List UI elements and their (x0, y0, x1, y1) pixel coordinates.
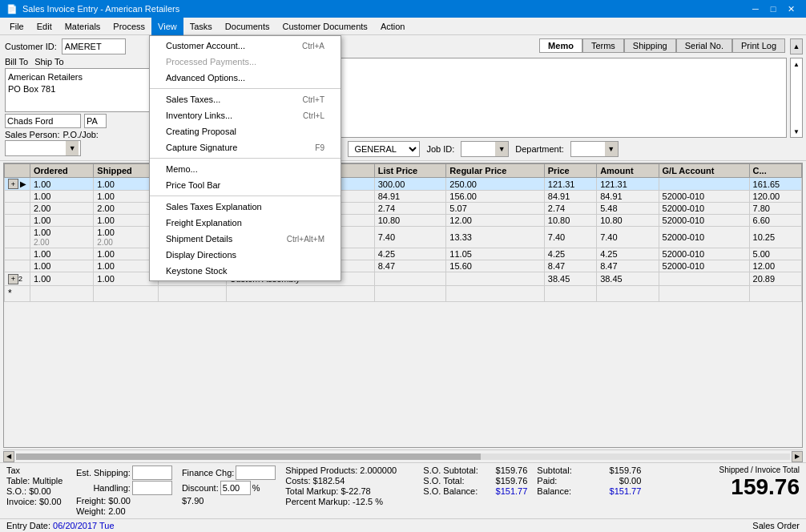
city-input[interactable] (5, 114, 81, 128)
col-price[interactable]: Price (544, 164, 596, 178)
menu-customer-account[interactable]: Customer Account... Ctrl+A (150, 38, 341, 54)
menu-process[interactable]: Process (107, 18, 151, 35)
warehouse-dropdown[interactable]: GENERAL (348, 141, 420, 157)
close-button[interactable]: ✕ (782, 0, 800, 18)
cell-list-price: 300.00 (374, 178, 446, 191)
cell-expand (5, 260, 30, 272)
col-amount[interactable]: Amount (597, 164, 659, 178)
menu-file[interactable]: File (3, 18, 30, 35)
col-other[interactable]: C... (749, 164, 801, 178)
menu-freight-explanation[interactable]: Freight Explanation (150, 215, 341, 231)
menu-price-tool-bar[interactable]: Price Tool Bar (150, 177, 341, 193)
so-subtotal-label: S.O. Subtotal: (423, 466, 478, 475)
entry-date-value: 06/20/2017 Tue (53, 521, 114, 530)
menu-tasks[interactable]: Tasks (183, 18, 219, 35)
cell-expand[interactable]: +2 (5, 272, 30, 286)
tab-terms[interactable]: Terms (582, 38, 624, 52)
shipped-invoice-total-label: Shipped / Invoice Total (719, 466, 800, 474)
menu-capture-signature[interactable]: Capture Signature F9 (150, 139, 341, 155)
customer-id-input[interactable] (62, 38, 126, 54)
cell-other: 161.65 (749, 178, 801, 191)
grid-container[interactable]: Ordered Shipped Pr... Description List P… (3, 163, 803, 448)
sales-person-lookup[interactable]: ▼ (66, 141, 79, 155)
minimize-button[interactable]: ─ (747, 0, 764, 18)
tab-shipping[interactable]: Shipping (624, 38, 676, 52)
menu-inventory-links[interactable]: Inventory Links... Ctrl+L (150, 107, 341, 123)
separator-2 (150, 158, 341, 159)
horizontal-scrollbar[interactable]: ◀ ▶ (3, 449, 803, 462)
menu-sales-taxes-explanation[interactable]: Sales Taxes Explanation (150, 199, 341, 215)
tab-serial-no[interactable]: Serial No. (676, 38, 732, 52)
table-row: 1.001.00ADJWREAdjustable Wrench 8.4715.6… (5, 260, 802, 272)
total-markup-value: $-22.78 (341, 486, 370, 496)
address-line2: PO Box 781 (8, 83, 150, 95)
subtotal-value: $159.76 (610, 466, 642, 475)
table-row: 1.002.00 1.002.00 LEVEL33' Level 7.4013.… (5, 227, 802, 248)
menu-creating-proposal[interactable]: Creating Proposal (150, 123, 341, 139)
cell-regular-price: 250.00 (446, 178, 544, 191)
col-expand (5, 164, 30, 178)
ship-to-label: Ship To (34, 57, 64, 66)
col-ordered[interactable]: Ordered (30, 164, 94, 178)
job-id-input[interactable] (461, 142, 495, 156)
address-line1: American Retailers (8, 71, 150, 83)
job-id-lookup[interactable]: ▼ (495, 142, 508, 156)
paid-label: Paid: (537, 476, 557, 486)
weight-value: 2.00 (108, 506, 125, 516)
menu-advanced-options[interactable]: Advanced Options... (150, 70, 341, 86)
menu-processed-payments: Processed Payments... (150, 54, 341, 70)
tab-memo[interactable]: Memo (539, 38, 582, 52)
menu-view[interactable]: View (151, 18, 183, 35)
footer-area: Tax Table: Multiple S.O.: $0.00 Invoice:… (0, 462, 806, 518)
menu-sales-taxes[interactable]: Sales Taxes... Ctrl+T (150, 91, 341, 107)
menu-display-directions[interactable]: Display Directions (150, 247, 341, 263)
menu-shipment-details[interactable]: Shipment Details Ctrl+Alt+M (150, 231, 341, 247)
title-bar-left: 📄 Sales Invoice Entry - American Retaile… (6, 4, 179, 14)
memo-scroll-up[interactable]: ▲ (791, 58, 802, 70)
sales-person-label: Sales Person: (5, 130, 59, 139)
memo-scroll-down[interactable]: ▼ (791, 126, 802, 137)
menu-action[interactable]: Action (374, 18, 412, 35)
department-label: Department: (515, 144, 564, 154)
customer-id-label: Customer ID: (5, 42, 57, 51)
bill-to-label: Bill To (5, 57, 28, 66)
status-bar: Entry Date: 06/20/2017 Tue Sales Order (0, 518, 806, 532)
menu-edit[interactable]: Edit (30, 18, 58, 35)
cell-expand[interactable]: +▶ (5, 178, 30, 191)
tab-print-log[interactable]: Print Log (732, 38, 785, 52)
col-list-price[interactable]: List Price (374, 164, 446, 178)
scrollbar-thumb[interactable] (16, 453, 481, 460)
state-input[interactable] (84, 114, 107, 128)
scroll-up-button[interactable]: ▲ (790, 38, 803, 54)
doc-type: Sales Order (752, 521, 800, 530)
menu-memo[interactable]: Memo... (150, 161, 341, 177)
address-box: American Retailers PO Box 781 (5, 68, 153, 112)
department-lookup[interactable]: ▼ (605, 142, 618, 156)
finance-chg-input[interactable] (236, 466, 276, 480)
menu-customer-documents[interactable]: Customer Documents (276, 18, 374, 35)
col-gl-account[interactable]: G/L Account (659, 164, 749, 178)
so-total-label: S.O. Total: (423, 476, 464, 486)
handling-input[interactable] (132, 481, 172, 495)
menu-materials[interactable]: Materials (58, 18, 107, 35)
grand-total: 159.76 (731, 474, 800, 500)
title-bar-controls: ─ □ ✕ (747, 0, 800, 18)
discount-input[interactable] (220, 481, 251, 495)
est-shipping-input[interactable] (132, 466, 172, 480)
scroll-right-button[interactable]: ▶ (792, 451, 803, 462)
job-id-label: Job ID: (426, 144, 454, 154)
col-regular-price[interactable]: Regular Price (446, 164, 544, 178)
scroll-left-button[interactable]: ◀ (3, 451, 14, 462)
shipped-products-value: 2.000000 (360, 466, 397, 475)
department-input[interactable] (571, 142, 605, 156)
table-row-new: * (5, 285, 802, 301)
cell-price: 121.31 (544, 178, 596, 191)
menu-keystone-stock[interactable]: Keystone Stock (150, 263, 341, 279)
menu-documents[interactable]: Documents (219, 18, 276, 35)
menu-bar: File Edit Materials Process View Tasks D… (0, 18, 806, 35)
maximize-button[interactable]: □ (764, 0, 782, 18)
so-subtotal-value: $159.76 (496, 466, 528, 475)
table-row: +▶ 1.00 1.00 TOO... ...r 300.00 250.00 1… (5, 178, 802, 191)
freight-label: Freight: (76, 496, 106, 506)
cell-expand (5, 248, 30, 260)
